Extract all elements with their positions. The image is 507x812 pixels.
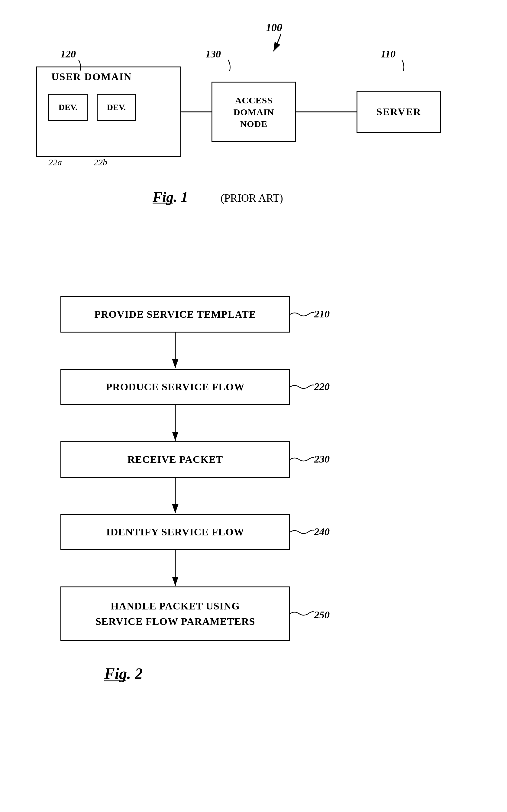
flow-box-220: PRODUCE SERVICE FLOW [60,369,290,405]
flow-label-230: RECEIVE PACKET [127,452,223,467]
ref-label-240: 240 [314,526,330,538]
flow-label-210: PROVIDE SERVICE TEMPLATE [94,307,256,322]
fig2-area: PROVIDE SERVICE TEMPLATE 210 PRODUCE SER… [0,272,507,725]
ref-label-100: 100 [266,21,282,34]
server-box: SERVER [356,91,441,133]
dev-boxes-container: DEV. DEV. [48,94,136,121]
ref-label-130: 130 [206,48,221,60]
server-label: SERVER [377,106,421,118]
ref-label-120: 120 [60,48,76,60]
svg-text:Fig. 1: Fig. 1 [152,189,188,205]
ref-label-210: 210 [314,308,330,320]
flow-box-230: RECEIVE PACKET [60,441,290,478]
dev-box-b: DEV. [97,94,136,121]
ref-label-220: 220 [314,381,330,392]
label-22a: 22a [48,157,62,167]
access-domain-box: ACCESSDOMAINNODE [212,82,296,142]
svg-text:Fig. 2: Fig. 2 [104,665,143,682]
fig1-num-label: Fig. 1 [151,187,212,209]
user-domain-label: USER DOMAIN [51,71,132,83]
flow-label-220: PRODUCE SERVICE FLOW [106,380,245,394]
fig2-title-svg: Fig. 2 [103,662,163,683]
label-22b: 22b [94,157,107,167]
ref-label-230: 230 [314,453,330,465]
ref-label-250: 250 [314,609,330,620]
flow-box-240: IDENTIFY SERVICE FLOW [60,514,290,550]
fig1-title-svg: Fig. 1 [151,187,212,206]
fig2-svg [0,272,507,725]
flow-box-210: PROVIDE SERVICE TEMPLATE [60,296,290,332]
access-domain-label: ACCESSDOMAINNODE [234,94,274,130]
flow-box-250: HANDLE PACKET USINGSERVICE FLOW PARAMETE… [60,587,290,641]
page-container: 100 120 130 110 USER DOMAIN DEV. DEV. 22… [0,0,507,812]
flow-label-240: IDENTIFY SERVICE FLOW [106,525,244,539]
flow-label-250: HANDLE PACKET USINGSERVICE FLOW PARAMETE… [96,598,255,629]
dev-box-a: DEV. [48,94,88,121]
fig1-caption: Fig. 1 (PRIOR ART) [151,187,283,209]
ref-label-110: 110 [381,48,396,60]
prior-art-label: (PRIOR ART) [221,192,283,204]
fig2-caption: Fig. 2 [103,662,163,685]
fig1-area: 100 120 130 110 USER DOMAIN DEV. DEV. 22… [18,18,490,230]
